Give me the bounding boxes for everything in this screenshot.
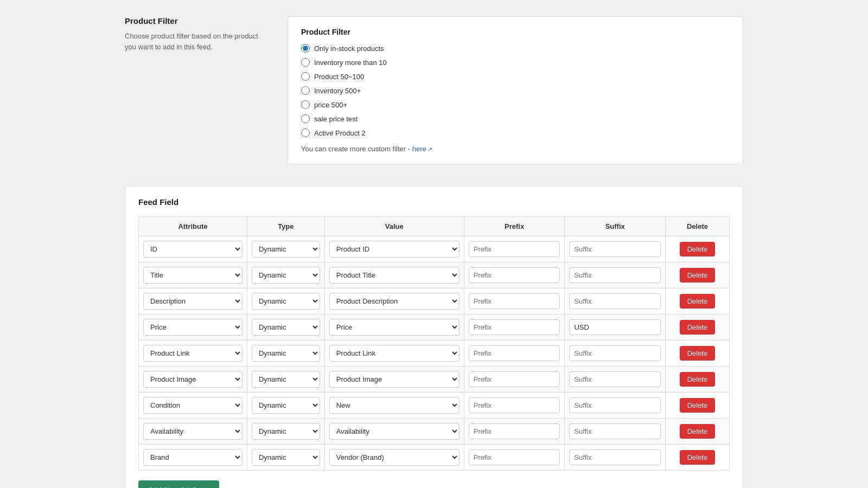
filter-label-price50[interactable]: Product 50~100 [314,73,364,81]
filter-option-price500[interactable]: price 500+ [301,100,730,109]
value-select-brand[interactable]: Vendor (Brand) [329,449,459,466]
attribute-select-description[interactable]: Description [143,293,242,310]
header-delete: Delete [666,217,730,236]
delete-button-condition[interactable]: Delete [680,398,716,413]
prefix-input-productlink[interactable] [469,345,560,361]
table-row: Condition Dynamic New [139,393,730,419]
filter-label-inv500[interactable]: Inventory 500+ [314,87,361,95]
filter-label-instock[interactable]: Only in-stock products [314,44,384,53]
value-select-productimage[interactable]: Product Image [329,371,459,388]
attribute-select-title[interactable]: Title [143,267,242,284]
filter-radio-instock[interactable] [301,44,310,53]
delete-button-price[interactable]: Delete [680,320,716,335]
prefix-input-title[interactable] [469,267,560,283]
custom-filter-note: You can create more custom filter - here… [301,145,730,153]
filter-radio-price500[interactable] [301,100,310,109]
add-new-attribute-button[interactable]: Add New Attribute [138,480,219,488]
custom-filter-link[interactable]: here↗ [412,145,432,153]
attribute-select-availability[interactable]: Availability [143,423,242,440]
prefix-input-description[interactable] [469,293,560,309]
header-type: Type [247,217,324,236]
suffix-input-productlink[interactable] [569,345,661,361]
prefix-input-productimage[interactable] [469,371,560,387]
header-value: Value [324,217,464,236]
value-select-price[interactable]: Price [329,319,459,336]
suffix-input-productimage[interactable] [569,371,661,387]
delete-button-title[interactable]: Delete [680,268,716,282]
attribute-select-productimage[interactable]: Product Image [143,371,242,388]
filter-option-price50[interactable]: Product 50~100 [301,72,730,81]
attribute-select-productlink[interactable]: Product Link [143,345,242,362]
value-select-productlink[interactable]: Product Link [329,345,459,362]
type-select-brand[interactable]: Dynamic [252,449,320,466]
table-row: Availability Dynamic Availability [139,419,730,445]
prefix-input-brand[interactable] [469,450,560,465]
prefix-input-id[interactable] [469,241,560,257]
table-row: Description Dynamic Product Description [139,288,730,314]
value-select-id[interactable]: Product ID [329,241,459,258]
value-select-description[interactable]: Product Description [329,293,459,310]
filter-radio-price50[interactable] [301,72,310,81]
delete-button-description[interactable]: Delete [680,294,716,309]
filter-radio-active2[interactable] [301,129,310,137]
filter-radio-inv500[interactable] [301,86,310,95]
table-row: Title Dynamic Product Title [139,262,730,288]
type-select-productimage[interactable]: Dynamic [252,371,320,388]
filter-radio-saleprice[interactable] [301,114,310,123]
feed-field-section: Feed Field Attribute Type Value Prefix S… [125,186,743,488]
suffix-input-availability[interactable] [569,423,661,439]
filter-label-price500[interactable]: price 500+ [314,101,347,109]
delete-button-productlink[interactable]: Delete [680,346,716,361]
suffix-input-description[interactable] [569,293,661,309]
external-link-icon: ↗ [427,146,432,153]
product-filter-section: Product Filter Choose product filter bas… [125,11,743,170]
type-select-availability[interactable]: Dynamic [252,423,320,440]
prefix-input-availability[interactable] [469,423,560,439]
page-wrapper: Product Filter Choose product filter bas… [125,11,743,488]
filter-label-inv10[interactable]: Inventory more than 10 [314,59,387,67]
feed-table: Attribute Type Value Prefix Suffix Delet… [138,216,730,471]
filter-label-active2[interactable]: Active Product 2 [314,129,366,137]
type-select-price[interactable]: Dynamic [252,319,320,336]
header-suffix: Suffix [565,217,666,236]
filter-option-inv10[interactable]: Inventory more than 10 [301,58,730,67]
header-attribute: Attribute [139,217,247,236]
filter-option-inv500[interactable]: Inventory 500+ [301,86,730,95]
type-select-title[interactable]: Dynamic [252,267,320,284]
prefix-input-condition[interactable] [469,397,560,413]
type-select-condition[interactable]: Dynamic [252,397,320,414]
attribute-select-price[interactable]: Price [143,319,242,336]
type-select-productlink[interactable]: Dynamic [252,345,320,362]
filter-description-text: Choose product filter based on the produ… [125,31,266,52]
table-row: Product Link Dynamic Product Link [139,341,730,367]
feed-field-title: Feed Field [138,197,730,207]
filter-options-card: Product Filter Only in-stock products In… [288,16,743,164]
value-select-condition[interactable]: New [329,397,459,414]
value-select-availability[interactable]: Availability [329,423,459,440]
suffix-input-id[interactable] [569,241,661,257]
value-select-title[interactable]: Product Title [329,267,459,284]
delete-button-brand[interactable]: Delete [680,450,716,465]
delete-button-availability[interactable]: Delete [680,424,716,439]
attribute-select-id[interactable]: ID [143,241,242,258]
delete-button-productimage[interactable]: Delete [680,372,716,387]
suffix-input-condition[interactable] [569,397,661,413]
filter-section-title: Product Filter [125,16,266,25]
suffix-input-title[interactable] [569,267,661,283]
delete-button-id[interactable]: Delete [680,242,716,256]
filter-label-saleprice[interactable]: sale price test [314,115,358,123]
type-select-id[interactable]: Dynamic [252,241,320,258]
filter-option-active2[interactable]: Active Product 2 [301,129,730,137]
filter-option-instock[interactable]: Only in-stock products [301,44,730,53]
attribute-select-condition[interactable]: Condition [143,397,242,414]
suffix-input-brand[interactable] [569,450,661,465]
filter-option-saleprice[interactable]: sale price test [301,114,730,123]
table-row: ID Dynamic Product ID [139,236,730,262]
prefix-input-price[interactable] [469,319,560,335]
table-row: Brand Dynamic Vendor (Brand) [139,445,730,471]
filter-radio-inv10[interactable] [301,58,310,67]
filter-description: Product Filter Choose product filter bas… [125,16,266,164]
attribute-select-brand[interactable]: Brand [143,449,242,466]
type-select-description[interactable]: Dynamic [252,293,320,310]
suffix-input-price[interactable] [569,319,661,335]
